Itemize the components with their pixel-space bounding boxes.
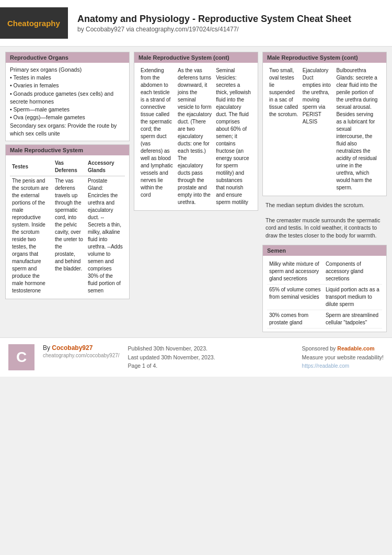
vas-body: The vas deferens travels up through the …	[53, 176, 86, 296]
male-repro-table: Testes Vas Deferens Accessory Glands The…	[10, 158, 125, 296]
reproductive-organs-content: Primary sex organs (Gonads) • Testes in …	[6, 63, 129, 141]
sponsor-url[interactable]: https://readable.com	[302, 363, 350, 369]
cont2-table: Two small, oval testes lie suspended in …	[267, 66, 382, 192]
footer-sponsor: Sponsored by Readable.com	[302, 344, 384, 353]
page-subtitle: by Cocobaby927 via cheatography.com/1970…	[77, 26, 351, 33]
semen-row: 30% comes from prostate glandSperm are s…	[267, 310, 382, 328]
footer-url: cheatography.com/cocobaby927/	[43, 353, 120, 358]
semen-table: Milky white mixture of sperm and accesso…	[267, 259, 382, 329]
footer-page: Page 1 of 4.	[128, 361, 215, 370]
cont1-col1: Extending from the abdomen to each testi…	[139, 66, 176, 207]
footer-left: By Cocobaby927 cheatography.com/cocobaby…	[43, 344, 120, 358]
male-repro-section: Male Reproductive System Testes Vas Defe…	[5, 144, 130, 299]
semen-row: Milky white mixture of sperm and accesso…	[267, 259, 382, 285]
repro-line-7: Secondary sex organs: Provide the route …	[10, 122, 125, 138]
cont1-table: Extending from the abdomen to each testi…	[139, 66, 253, 207]
col-header-vas: Vas Deferens	[53, 158, 86, 176]
cont2-testes: Two small, oval testes lie suspended in …	[267, 66, 301, 192]
col-left: Reproductive Organs Primary sex organs (…	[5, 52, 130, 332]
male-repro-header: Male Reproductive System	[6, 145, 129, 155]
reproductive-organs-header: Reproductive Organs	[6, 52, 129, 63]
page-footer: C By Cocobaby927 cheatography.com/cocoba…	[0, 337, 392, 377]
cont1-col3: Seminal Vesicles: secretes a thick, yell…	[214, 66, 253, 207]
main-content: Reproductive Organs Primary sex organs (…	[0, 47, 392, 332]
semen-cell: Liquid portion acts as a transport mediu…	[324, 284, 382, 310]
footer-updated: Last updated 30th November, 2023.	[128, 353, 215, 362]
male-repro-cont2-header: Male Reproductive System (cont)	[263, 52, 386, 63]
footer-right: Sponsored by Readable.com Measure your w…	[302, 344, 384, 371]
cont1-col2: As the vas deferens turns downward, it j…	[176, 66, 214, 207]
note1: The median septum divides the scrotum.	[262, 199, 387, 211]
male-repro-cont1-header: Male Reproductive System (cont)	[134, 52, 258, 63]
semen-section: Semen Milky white mixture of sperm and a…	[262, 245, 387, 332]
repro-line-2: • Testes in males	[10, 74, 125, 82]
col-header-acc: Accessory Glands	[86, 158, 125, 176]
repro-line-1: Primary sex organs (Gonads)	[10, 66, 125, 74]
semen-cell: Milky white mixture of sperm and accesso…	[267, 259, 324, 285]
repro-line-4: • Gonads produce gametes (sex cells) and…	[10, 90, 125, 106]
male-repro-cont1-section: Male Reproductive System (cont) Extendin…	[134, 52, 258, 211]
row-1: Reproductive Organs Primary sex organs (…	[5, 52, 387, 332]
sponsor-label: Sponsored by	[302, 345, 338, 352]
semen-row: 65% of volume comes from seminal vesicle…	[267, 284, 382, 310]
author-label: By	[43, 344, 52, 352]
male-repro-cont1-content: Extending from the abdomen to each testi…	[134, 63, 258, 210]
col-right: Male Reproductive System (cont) Two smal…	[262, 52, 387, 332]
sponsor-desc: Measure your website readability!	[302, 353, 384, 362]
acc-body: Prostate Gland: Encircles the urethra an…	[86, 176, 125, 296]
semen-cell: 65% of volume comes from seminal vesicle…	[267, 284, 324, 310]
cont2-bulbo: Bulbourethra Glands: secrete a clear flu…	[334, 66, 382, 192]
col-mid: Male Reproductive System (cont) Extendin…	[134, 52, 258, 332]
male-repro-cont2-content: Two small, oval testes lie suspended in …	[263, 63, 386, 196]
repro-line-5: • Sperm—male gametes	[10, 106, 125, 114]
repro-line-3: • Ovaries in females	[10, 82, 125, 89]
logo: Cheatography	[0, 7, 68, 39]
testes-body: The penis and the scrotum are the extern…	[10, 176, 53, 296]
footer-logo: C	[8, 344, 34, 370]
footer-published: Published 30th November, 2023.	[128, 344, 215, 353]
header-text-block: Anatomy and Physiology - Reproductive Sy…	[77, 13, 351, 32]
footer-mid: Published 30th November, 2023. Last upda…	[128, 344, 215, 370]
semen-cell: 30% comes from prostate gland	[267, 310, 324, 328]
note2: The cremaster muscle surrounds the sperm…	[262, 214, 387, 242]
semen-cell: Components of accessory gland secretions	[324, 259, 382, 285]
cont2-ejac: Ejaculatory Duct empties into the urethr…	[301, 66, 335, 192]
col-header-testes: Testes	[10, 158, 53, 176]
page-title: Anatomy and Physiology - Reproductive Sy…	[77, 13, 351, 25]
page-header: Cheatography Anatomy and Physiology - Re…	[0, 0, 392, 47]
repro-line-6: • Ova (eggs)—female gametes	[10, 114, 125, 121]
author-name: Cocobaby927	[52, 344, 93, 352]
semen-header: Semen	[263, 245, 386, 256]
logo-text: Cheatography	[7, 19, 60, 28]
semen-cell: Sperm are streamlined cellular "tadpoles…	[324, 310, 382, 328]
male-repro-content: Testes Vas Deferens Accessory Glands The…	[6, 155, 129, 299]
semen-content: Milky white mixture of sperm and accesso…	[263, 256, 386, 332]
reproductive-organs-section: Reproductive Organs Primary sex organs (…	[5, 52, 130, 141]
footer-author: By Cocobaby927	[43, 344, 120, 352]
male-repro-cont2-section: Male Reproductive System (cont) Two smal…	[262, 52, 387, 196]
sponsor-name: Readable.com	[337, 345, 374, 352]
